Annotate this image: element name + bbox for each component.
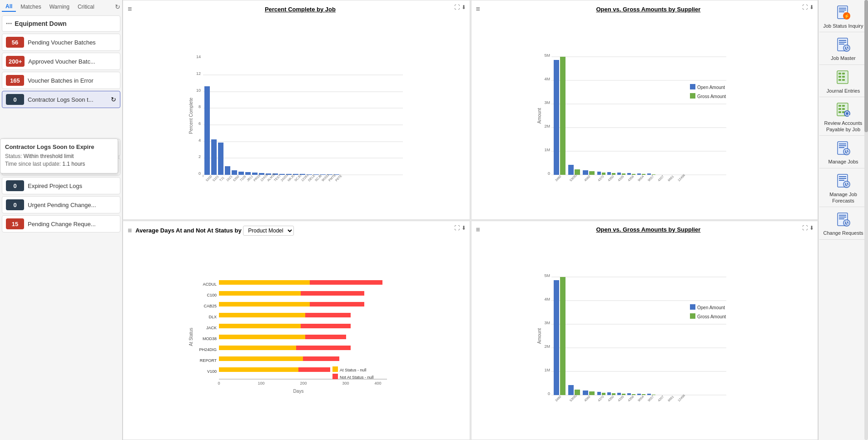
svg-text:SCJB: SCJB — [314, 174, 322, 182]
svg-text:2M: 2M — [544, 344, 550, 349]
tab-warning[interactable]: Warning — [46, 2, 73, 11]
svg-rect-18 — [218, 143, 223, 175]
right-item-job-status[interactable]: ⚡ Job Status Inquiry — [819, 2, 867, 32]
svg-text:6: 6 — [198, 121, 201, 126]
svg-text:4370: 4370 — [597, 395, 605, 402]
svg-text:PH24DIG: PH24DIG — [199, 347, 217, 352]
right-scrollbar-thumb[interactable] — [864, 0, 868, 132]
contractor-logs-item[interactable]: 0 Contractor Logs Soon t... ↻ — [2, 91, 120, 108]
equipment-down-label: Equipment Down — [15, 20, 66, 27]
voucher-error-item[interactable]: 165 Voucher Batches in Error — [2, 72, 120, 89]
svg-rect-225 — [839, 143, 846, 144]
chart-svg-2: Amount 0 1M 2M 3M 4M 5M — [476, 17, 813, 215]
svg-rect-77 — [597, 172, 601, 175]
svg-text:4370: 4370 — [597, 174, 605, 182]
pending-voucher-item[interactable]: 56 Pending Voucher Batches — [2, 34, 120, 51]
svg-rect-78 — [602, 173, 605, 175]
svg-text:PR03: PR03 — [253, 174, 261, 182]
svg-rect-211 — [842, 76, 845, 78]
svg-text:4356: 4356 — [627, 395, 635, 402]
right-item-job-master[interactable]: Job Master — [819, 34, 867, 64]
chart-download-4[interactable]: ⬇ — [809, 225, 814, 231]
chart-expand-4[interactable]: ⛶ — [802, 225, 808, 231]
svg-rect-226 — [839, 145, 846, 146]
chart-menu-icon-4[interactable]: ≡ — [476, 226, 480, 234]
right-item-manage-forecasts[interactable]: Manage Job Forecasts — [819, 170, 867, 208]
svg-text:At Status - null: At Status - null — [340, 368, 367, 372]
svg-text:REPORT: REPORT — [200, 358, 217, 363]
svg-text:4: 4 — [198, 138, 201, 143]
svg-rect-167 — [612, 393, 615, 395]
svg-rect-32 — [313, 174, 319, 175]
svg-text:9557: 9557 — [647, 174, 655, 182]
spinner-icon[interactable]: ↻ — [111, 96, 116, 103]
svg-text:Amount: Amount — [537, 108, 542, 124]
chart-title-3: Average Days At and Not At Status by Pro… — [135, 226, 294, 236]
svg-text:Days: Days — [293, 389, 304, 394]
right-item-journal-entries[interactable]: Journal Entries — [819, 67, 867, 97]
chart-download-1[interactable]: ⬇ — [461, 4, 466, 10]
svg-rect-117 — [310, 280, 382, 285]
svg-text:400: 400 — [375, 381, 382, 386]
svg-rect-123 — [305, 313, 351, 317]
svg-rect-158 — [554, 280, 559, 395]
svg-text:4060: 4060 — [584, 174, 591, 182]
job-master-icon — [835, 37, 852, 53]
chart-expand-3[interactable]: ⛶ — [454, 225, 460, 231]
tab-matches[interactable]: Matches — [17, 2, 45, 11]
right-item-review-ap[interactable]: Review Accounts Payable by Job — [819, 99, 867, 136]
svg-rect-216 — [842, 105, 845, 107]
refresh-button[interactable]: ↻ — [115, 3, 120, 10]
product-model-dropdown[interactable]: Product Model — [243, 226, 294, 236]
svg-text:200: 200 — [300, 381, 307, 386]
equipment-down-item[interactable]: ··· Equipment Down — [2, 15, 120, 32]
svg-text:4M: 4M — [544, 297, 550, 302]
svg-text:4M: 4M — [544, 77, 550, 81]
svg-text:4356: 4356 — [627, 174, 635, 182]
chart-menu-icon-2[interactable]: ≡ — [476, 5, 480, 13]
svg-rect-170 — [627, 393, 631, 395]
right-label-job-master: Job Master — [831, 55, 855, 61]
svg-text:10: 10 — [196, 88, 201, 93]
svg-text:1621: 1621 — [226, 174, 233, 182]
main-container: All Matches Warning Critical ↻ ··· Equip… — [0, 0, 868, 440]
right-item-change-requests[interactable]: Change Requests — [819, 209, 867, 239]
svg-rect-164 — [597, 392, 601, 395]
job-status-icon: ⚡ — [835, 5, 852, 21]
svg-text:Open Amount: Open Amount — [697, 85, 725, 90]
chart-avg-days: ≡ Average Days At and Not At Status by P… — [123, 221, 470, 440]
svg-rect-124 — [219, 324, 301, 328]
tab-all[interactable]: All — [2, 2, 16, 12]
chart-expand-2[interactable]: ⛶ — [802, 4, 808, 10]
approved-voucher-badge: 200+ — [6, 56, 25, 67]
chart-menu-icon-3[interactable]: ≡ — [128, 227, 132, 235]
right-item-manage-jobs[interactable]: Manage Jobs — [819, 138, 867, 168]
expired-project-logs-item[interactable]: 0 Expired Project Logs — [2, 177, 120, 194]
right-scrollbar[interactable] — [864, 0, 868, 440]
tab-critical[interactable]: Critical — [74, 2, 98, 11]
svg-text:3480: 3480 — [555, 395, 562, 402]
svg-rect-163 — [589, 391, 595, 395]
menu-dots-icon: ··· — [6, 20, 12, 28]
svg-rect-196 — [839, 11, 844, 12]
svg-rect-81 — [617, 173, 621, 175]
svg-text:5M: 5M — [544, 273, 550, 278]
chart-menu-icon-1[interactable]: ≡ — [128, 5, 132, 13]
pending-change-item[interactable]: 15 Pending Change Reque... — [2, 215, 120, 232]
pending-change-label: Pending Change Reque... — [28, 221, 96, 227]
pending-voucher-badge: 56 — [6, 37, 24, 48]
svg-text:JB11: JB11 — [246, 174, 253, 182]
approved-voucher-item[interactable]: 200+ Approved Voucher Batc... — [2, 53, 120, 70]
chart-expand-1[interactable]: ⛶ — [454, 4, 460, 10]
chart-download-2[interactable]: ⬇ — [809, 4, 814, 10]
chart-download-3[interactable]: ⬇ — [461, 225, 466, 231]
urgent-pending-item[interactable]: 0 Urgent Pending Change... — [2, 196, 120, 213]
tooltip-status-value: Within threshold limit — [24, 153, 74, 159]
svg-rect-234 — [839, 178, 846, 179]
svg-rect-20 — [232, 170, 237, 175]
svg-rect-122 — [219, 313, 305, 317]
svg-text:At Status: At Status — [188, 328, 193, 346]
svg-text:4060: 4060 — [584, 395, 591, 402]
svg-rect-125 — [301, 324, 351, 328]
svg-text:0: 0 — [548, 391, 550, 396]
